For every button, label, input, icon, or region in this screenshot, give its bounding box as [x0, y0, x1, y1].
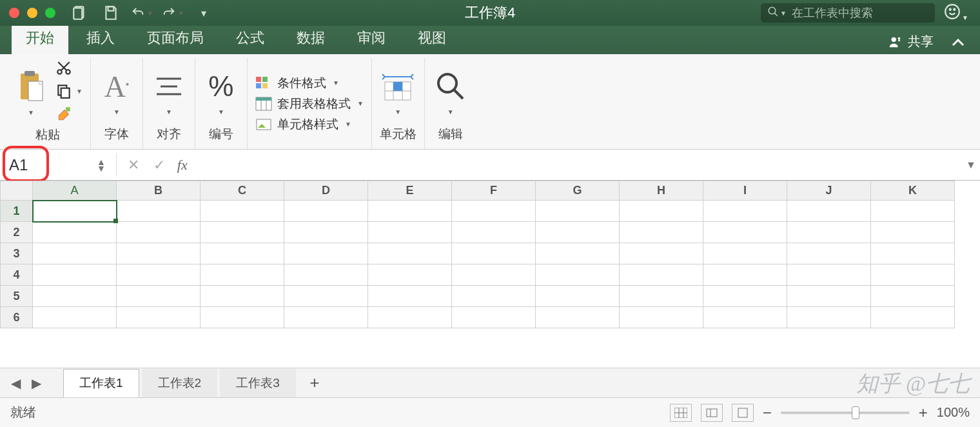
conditional-format-button[interactable]: 条件格式▼: [255, 75, 364, 92]
cell[interactable]: [787, 286, 871, 307]
cell[interactable]: [787, 307, 871, 328]
format-painter-button[interactable]: [55, 106, 83, 123]
cell[interactable]: [871, 307, 955, 328]
cell[interactable]: [284, 222, 368, 243]
cell[interactable]: [452, 201, 536, 222]
zoom-in-icon[interactable]: +: [919, 404, 928, 422]
cells-button[interactable]: ▼: [380, 66, 416, 115]
cell[interactable]: [368, 264, 452, 286]
col-header[interactable]: D: [284, 181, 368, 201]
cell[interactable]: [703, 307, 787, 328]
zoom-level[interactable]: 100%: [937, 405, 970, 420]
cell[interactable]: [33, 264, 117, 286]
row-header[interactable]: 6: [1, 307, 33, 328]
cell[interactable]: [117, 307, 201, 328]
cell[interactable]: [787, 264, 871, 286]
tab-insert[interactable]: 插入: [72, 23, 129, 54]
cell[interactable]: [452, 243, 536, 264]
close-window-icon[interactable]: [9, 8, 19, 18]
page-layout-view-icon[interactable]: [701, 404, 723, 422]
cell[interactable]: [787, 243, 871, 264]
cell[interactable]: [368, 222, 452, 243]
cell[interactable]: [620, 286, 703, 307]
zoom-slider[interactable]: [781, 412, 910, 414]
select-all-corner[interactable]: [1, 181, 33, 201]
sheet-tab[interactable]: 工作表1: [63, 369, 139, 397]
tab-home[interactable]: 开始: [12, 23, 68, 54]
maximize-window-icon[interactable]: [45, 8, 55, 18]
number-button[interactable]: % ▼: [203, 66, 239, 115]
cell[interactable]: [703, 243, 787, 264]
cell[interactable]: [620, 243, 703, 264]
row-header[interactable]: 1: [1, 201, 33, 222]
col-header[interactable]: K: [871, 181, 955, 201]
cell[interactable]: [284, 201, 368, 222]
cell[interactable]: [33, 222, 117, 243]
col-header[interactable]: B: [117, 181, 201, 201]
feedback-icon[interactable]: ▼: [944, 3, 968, 23]
sheet-tab[interactable]: 工作表2: [142, 369, 218, 397]
search-input[interactable]: [792, 6, 928, 20]
cell[interactable]: [703, 201, 787, 222]
col-header[interactable]: I: [703, 181, 787, 201]
table-format-button[interactable]: 套用表格格式▼: [255, 95, 364, 112]
cell[interactable]: [284, 243, 368, 264]
paste-button[interactable]: ▼: [13, 66, 49, 116]
cell[interactable]: [201, 264, 284, 286]
tab-data[interactable]: 数据: [282, 23, 339, 54]
cell[interactable]: [871, 286, 955, 307]
cell[interactable]: [787, 222, 871, 243]
collapse-ribbon-icon[interactable]: [946, 30, 970, 54]
page-break-view-icon[interactable]: [732, 404, 754, 422]
cell[interactable]: [117, 286, 201, 307]
cell[interactable]: [871, 201, 955, 222]
cell[interactable]: [452, 222, 536, 243]
cell[interactable]: [284, 307, 368, 328]
cell[interactable]: [620, 222, 703, 243]
next-sheet-icon[interactable]: ▶: [27, 374, 45, 392]
cell[interactable]: [536, 264, 620, 286]
cell[interactable]: [368, 307, 452, 328]
align-button[interactable]: ▼: [151, 66, 187, 115]
col-header[interactable]: A: [33, 181, 117, 201]
tab-view[interactable]: 视图: [404, 23, 460, 54]
cell[interactable]: [787, 201, 871, 222]
new-file-icon[interactable]: [68, 3, 92, 23]
font-button[interactable]: A▪ ▼: [99, 66, 135, 115]
cell[interactable]: [871, 243, 955, 264]
cell[interactable]: [703, 286, 787, 307]
row-header[interactable]: 5: [1, 286, 33, 307]
formula-input[interactable]: [193, 150, 962, 180]
cell[interactable]: [33, 243, 117, 264]
cell[interactable]: [33, 307, 117, 328]
cell[interactable]: [201, 243, 284, 264]
cell[interactable]: [201, 307, 284, 328]
cell[interactable]: [117, 264, 201, 286]
add-sheet-button[interactable]: +: [304, 372, 326, 394]
cut-button[interactable]: [55, 59, 83, 76]
cell[interactable]: [703, 264, 787, 286]
zoom-out-icon[interactable]: −: [763, 404, 772, 422]
search-box[interactable]: ▼: [761, 3, 935, 23]
col-header[interactable]: E: [368, 181, 452, 201]
cell[interactable]: [368, 201, 452, 222]
share-button[interactable]: 共享: [882, 29, 940, 54]
cell[interactable]: [452, 264, 536, 286]
cell[interactable]: [33, 286, 117, 307]
tab-pagelayout[interactable]: 页面布局: [133, 23, 218, 54]
minimize-window-icon[interactable]: [27, 8, 37, 18]
spreadsheet-grid[interactable]: A B C D E F G H I J K 1 2 3 4 5 6: [0, 181, 980, 328]
col-header[interactable]: J: [787, 181, 871, 201]
customize-qat-icon[interactable]: ▾: [192, 3, 215, 23]
cell[interactable]: [284, 286, 368, 307]
row-header[interactable]: 4: [1, 264, 33, 286]
row-header[interactable]: 2: [1, 222, 33, 243]
cell[interactable]: [620, 307, 703, 328]
cell[interactable]: [117, 243, 201, 264]
cell[interactable]: [871, 222, 955, 243]
cell[interactable]: [536, 307, 620, 328]
cell[interactable]: [117, 222, 201, 243]
normal-view-icon[interactable]: [670, 404, 692, 422]
cell[interactable]: [536, 222, 620, 243]
cell[interactable]: [368, 286, 452, 307]
